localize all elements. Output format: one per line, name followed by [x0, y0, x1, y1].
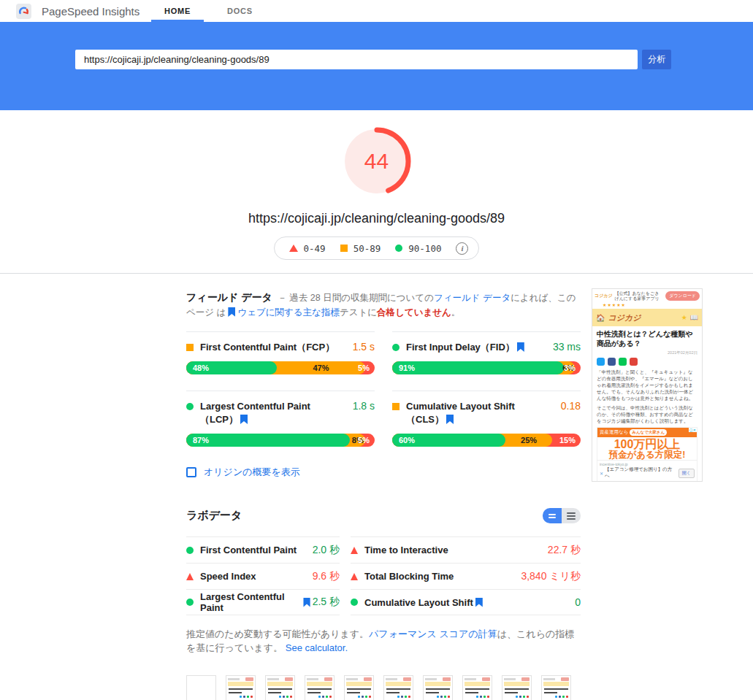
bar-red-label: 5%: [358, 361, 370, 374]
filmstrip-thumbnail: [462, 675, 492, 700]
good-circle-icon: [186, 547, 194, 554]
metric-fcp-distribution-bar: 48% 47% 5%: [186, 361, 375, 374]
pagespeed-logo-icon: [16, 4, 31, 19]
filmstrip-thumbnail: [502, 675, 532, 700]
field-data-link[interactable]: フィールド データ: [434, 293, 511, 303]
metric-fid-distribution-bar: 91% 6% 3%: [392, 361, 581, 374]
search-banner: 分析: [0, 22, 753, 110]
filmstrip-thumbnail: [423, 675, 453, 700]
metric-lcp-value: 1.8 s: [353, 400, 375, 412]
analyzed-url: https://cojicaji.jp/cleaning/cleaning-go…: [0, 211, 753, 226]
lab-data-header: ラボデータ: [186, 508, 581, 523]
article-paragraph: 「中性洗剤」と聞くと、『キュキュット』などの食器用洗剤や、『エマール』などのおし…: [597, 369, 697, 401]
good-circle-icon: [395, 245, 402, 252]
metric-lcp-distribution-bar: 87% 8% 5%: [186, 434, 375, 447]
lab-metric-cls: Cumulative Layout Shift 0: [351, 589, 581, 615]
bar-green-label: 87%: [193, 434, 209, 447]
legend-average-label: 50-89: [353, 243, 381, 254]
article-title: 中性洗剤とは？どんな種類や商品がある？: [597, 329, 697, 348]
bar-red-label: 15%: [559, 434, 576, 447]
analyze-button[interactable]: 分析: [642, 50, 671, 69]
bookmark-icon: [240, 415, 248, 424]
info-icon[interactable]: i: [456, 242, 468, 255]
report-content: フィールド データ － 過去 28 日間の収集期間についてのフィールド データに…: [186, 290, 581, 700]
bookmark-icon: [446, 415, 454, 424]
ad-close-icon: ✕: [600, 471, 603, 476]
see-calculator-link[interactable]: See calculator.: [286, 642, 348, 653]
bookmark-icon: [517, 342, 524, 352]
lab-data-title: ラボデータ: [186, 509, 242, 523]
performance-score-link[interactable]: パフォーマンス スコアの計算: [369, 628, 497, 639]
page-screenshot-preview: コジカジ 【公式】あなたをごきげんにする家事アプリ ダウンロード ★★★★★ 🏠…: [592, 288, 703, 482]
bar-green-label: 91%: [399, 361, 415, 374]
bar-orange-label: 25%: [521, 434, 537, 447]
score-section: 44 https://cojicaji.jp/cleaning/cleaning…: [0, 110, 753, 274]
loading-filmstrip: [186, 675, 581, 700]
app-banner-text: 【公式】あなたをごきげんにする家事アプリ: [615, 291, 664, 301]
ad-kicker: 資産運用なら: [600, 429, 628, 436]
social-share-row: [597, 358, 697, 366]
origin-summary-label: オリジンの概要を表示: [204, 466, 300, 479]
article-date: 2021年02月02日: [597, 350, 697, 355]
lab-metric-tbt-value: 3,840 ミリ秒: [521, 570, 581, 583]
twitter-icon: [597, 358, 605, 366]
average-square-icon: [186, 344, 194, 351]
bar-green-segment: [392, 361, 564, 374]
metric-cls-label: Cumulative Layout Shift（CLS）: [406, 400, 534, 426]
compact-view-button[interactable]: [543, 508, 562, 523]
origin-summary-toggle[interactable]: オリジンの概要を表示: [186, 466, 581, 479]
bar-green-label: 48%: [193, 361, 209, 374]
average-square-icon: [392, 403, 400, 410]
facebook-icon: [608, 358, 616, 366]
core-web-vitals-link[interactable]: ウェブに関する主な指標: [237, 307, 340, 318]
filmstrip-thumbnail: [541, 675, 571, 700]
filmstrip-thumbnail: [383, 675, 413, 700]
tab-home[interactable]: HOME: [151, 0, 204, 22]
bar-green-segment: [186, 434, 350, 447]
adchoices-icon: ⓘ✕: [689, 428, 697, 432]
origin-summary-checkbox[interactable]: [186, 467, 196, 477]
lab-metrics-grid: First Contentful Paint 2.0 秒 Time to Int…: [186, 536, 581, 615]
lab-metric-lcp: Largest Contentful Paint 2.5 秒: [186, 589, 340, 615]
metric-lcp-label: Largest Contentful Paint（LCP）: [200, 400, 328, 426]
fail-text: 合格していません: [377, 307, 451, 318]
metric-fcp: First Contentful Paint（FCP） 1.5 s 48% 47…: [186, 331, 375, 374]
field-metrics-grid: First Contentful Paint（FCP） 1.5 s 48% 47…: [186, 331, 581, 447]
menu-book-icon: 📖: [690, 314, 698, 321]
metric-cls: Cumulative Layout Shift（CLS） 0.18 60% 25…: [392, 391, 581, 447]
lab-metric-speed-index-value: 9.6 秒: [313, 570, 340, 583]
metric-cls-distribution-bar: 60% 25% 15%: [392, 434, 581, 447]
filmstrip-thumbnail: [186, 675, 216, 700]
legend-good-label: 90-100: [408, 243, 441, 254]
field-data-period: 。: [451, 307, 461, 318]
filmstrip-thumbnail: [305, 675, 335, 700]
article-paragraph: そこで今回は、中性洗剤とはどういう洗剤なのか、その特徴や種類、おすすめの商品など…: [597, 404, 697, 424]
expanded-view-button[interactable]: [562, 508, 581, 523]
average-square-icon: [340, 245, 348, 252]
filmstrip-thumbnail: [265, 675, 295, 700]
legend-poor-label: 0-49: [304, 243, 326, 254]
lab-data-footnote: 推定値のため変動する可能性があります。パフォーマンス スコアの計算は、これらの指…: [186, 627, 581, 655]
ad-headline-2: 預金がある方限定!: [597, 450, 697, 460]
ad-open-button: 開く: [679, 469, 695, 478]
lab-metric-tti: Time to Interactive 22.7 秒: [351, 536, 581, 563]
metric-fid: First Input Delay（FID） 33 ms 91% 6% 3%: [392, 331, 581, 374]
ad-cta-text: 【エアコン修理でお困り】の方へ: [605, 466, 677, 480]
good-circle-icon: [186, 599, 194, 606]
lab-metric-fcp: First Contentful Paint 2.0 秒: [186, 536, 340, 563]
bookmark-icon: [303, 598, 310, 607]
ad-headline-1: 100万円以上: [597, 438, 697, 450]
lab-metric-tbt: Total Blocking Time 3,840 ミリ秒: [351, 563, 581, 589]
performance-score-value: 44: [342, 126, 412, 196]
lab-metric-fcp-value: 2.0 秒: [313, 544, 340, 557]
bar-red-label: 3%: [564, 361, 576, 374]
url-input[interactable]: [75, 50, 638, 69]
site-logo: コジカジ: [608, 312, 678, 323]
legend-average: 50-89: [340, 243, 381, 254]
app-install-banner: コジカジ 【公式】あなたをごきげんにする家事アプリ ダウンロード: [592, 289, 702, 301]
bookmark-icon: [228, 307, 235, 317]
lab-metric-cls-value: 0: [575, 596, 581, 608]
tab-docs[interactable]: DOCS: [214, 0, 266, 22]
top-navigation: PageSpeed Insights HOME DOCS: [0, 0, 753, 22]
poor-triangle-icon: [289, 245, 298, 252]
